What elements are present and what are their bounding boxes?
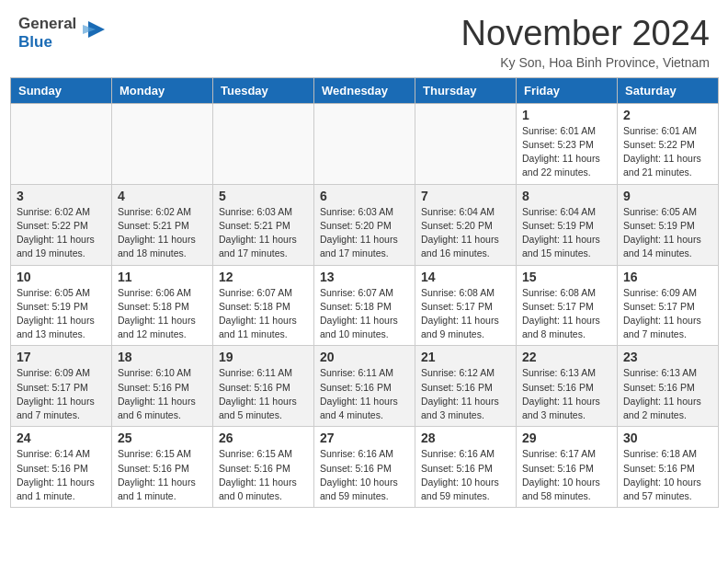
calendar-cell: 2Sunrise: 6:01 AM Sunset: 5:22 PM Daylig… (618, 103, 719, 184)
calendar-week-row: 1Sunrise: 6:01 AM Sunset: 5:23 PM Daylig… (11, 103, 719, 184)
day-info: Sunrise: 6:06 AM Sunset: 5:18 PM Dayligh… (118, 286, 207, 342)
day-info: Sunrise: 6:13 AM Sunset: 5:16 PM Dayligh… (522, 366, 611, 422)
logo: General Blue (18, 15, 108, 51)
day-number: 28 (421, 431, 510, 445)
calendar-cell: 6Sunrise: 6:03 AM Sunset: 5:20 PM Daylig… (314, 184, 415, 265)
calendar-cell (112, 103, 213, 184)
header-monday: Monday (112, 77, 213, 103)
calendar-cell: 19Sunrise: 6:11 AM Sunset: 5:16 PM Dayli… (213, 346, 314, 427)
header-wednesday: Wednesday (314, 77, 415, 103)
day-number: 10 (17, 270, 106, 284)
logo-general: General (18, 15, 76, 32)
day-number: 27 (320, 431, 409, 445)
day-number: 12 (219, 270, 308, 284)
day-number: 29 (522, 431, 611, 445)
day-number: 14 (421, 270, 510, 284)
calendar-cell: 23Sunrise: 6:13 AM Sunset: 5:16 PM Dayli… (618, 346, 719, 427)
logo-blue: Blue (18, 33, 52, 51)
calendar-cell: 15Sunrise: 6:08 AM Sunset: 5:17 PM Dayli… (517, 265, 618, 346)
day-number: 13 (320, 270, 409, 284)
day-info: Sunrise: 6:16 AM Sunset: 5:16 PM Dayligh… (421, 447, 510, 503)
day-number: 15 (522, 270, 611, 284)
calendar-cell: 22Sunrise: 6:13 AM Sunset: 5:16 PM Dayli… (517, 346, 618, 427)
calendar-cell (11, 103, 112, 184)
calendar-week-row: 10Sunrise: 6:05 AM Sunset: 5:19 PM Dayli… (11, 265, 719, 346)
day-info: Sunrise: 6:07 AM Sunset: 5:18 PM Dayligh… (219, 286, 308, 342)
day-info: Sunrise: 6:03 AM Sunset: 5:20 PM Dayligh… (320, 205, 409, 261)
calendar-header-row: Sunday Monday Tuesday Wednesday Thursday… (11, 77, 719, 103)
calendar-cell: 24Sunrise: 6:14 AM Sunset: 5:16 PM Dayli… (11, 427, 112, 508)
day-info: Sunrise: 6:04 AM Sunset: 5:20 PM Dayligh… (421, 205, 510, 261)
day-info: Sunrise: 6:09 AM Sunset: 5:17 PM Dayligh… (623, 286, 712, 342)
calendar-cell: 11Sunrise: 6:06 AM Sunset: 5:18 PM Dayli… (112, 265, 213, 346)
day-number: 8 (522, 189, 611, 203)
day-number: 19 (219, 350, 308, 364)
day-info: Sunrise: 6:05 AM Sunset: 5:19 PM Dayligh… (17, 286, 106, 342)
calendar-cell: 21Sunrise: 6:12 AM Sunset: 5:16 PM Dayli… (415, 346, 517, 427)
calendar-week-row: 3Sunrise: 6:02 AM Sunset: 5:22 PM Daylig… (11, 184, 719, 265)
day-number: 6 (320, 189, 409, 203)
day-number: 26 (219, 431, 308, 445)
day-number: 7 (421, 189, 510, 203)
header-friday: Friday (517, 77, 618, 103)
day-info: Sunrise: 6:07 AM Sunset: 5:18 PM Dayligh… (320, 286, 409, 342)
day-info: Sunrise: 6:08 AM Sunset: 5:17 PM Dayligh… (421, 286, 510, 342)
day-info: Sunrise: 6:04 AM Sunset: 5:19 PM Dayligh… (522, 205, 611, 261)
calendar-cell: 5Sunrise: 6:03 AM Sunset: 5:21 PM Daylig… (213, 184, 314, 265)
day-info: Sunrise: 6:11 AM Sunset: 5:16 PM Dayligh… (219, 366, 308, 422)
day-info: Sunrise: 6:02 AM Sunset: 5:22 PM Dayligh… (17, 205, 106, 261)
day-number: 30 (623, 431, 712, 445)
day-info: Sunrise: 6:11 AM Sunset: 5:16 PM Dayligh… (320, 366, 409, 422)
header-saturday: Saturday (618, 77, 719, 103)
day-info: Sunrise: 6:15 AM Sunset: 5:16 PM Dayligh… (118, 447, 207, 503)
day-number: 20 (320, 350, 409, 364)
calendar-week-row: 24Sunrise: 6:14 AM Sunset: 5:16 PM Dayli… (11, 427, 719, 508)
day-info: Sunrise: 6:18 AM Sunset: 5:16 PM Dayligh… (623, 447, 712, 503)
calendar-cell: 14Sunrise: 6:08 AM Sunset: 5:17 PM Dayli… (415, 265, 517, 346)
title-section: November 2024 Ky Son, Hoa Binh Province,… (461, 15, 710, 70)
day-number: 1 (522, 108, 611, 122)
day-info: Sunrise: 6:05 AM Sunset: 5:19 PM Dayligh… (623, 205, 712, 261)
calendar-cell: 3Sunrise: 6:02 AM Sunset: 5:22 PM Daylig… (11, 184, 112, 265)
day-number: 4 (118, 189, 207, 203)
calendar-cell: 28Sunrise: 6:16 AM Sunset: 5:16 PM Dayli… (415, 427, 517, 508)
calendar-cell: 4Sunrise: 6:02 AM Sunset: 5:21 PM Daylig… (112, 184, 213, 265)
day-info: Sunrise: 6:12 AM Sunset: 5:16 PM Dayligh… (421, 366, 510, 422)
calendar-cell: 12Sunrise: 6:07 AM Sunset: 5:18 PM Dayli… (213, 265, 314, 346)
calendar-cell (314, 103, 415, 184)
day-number: 5 (219, 189, 308, 203)
day-number: 21 (421, 350, 510, 364)
page-header: General Blue November 2024 Ky Son, Hoa B… (0, 0, 728, 77)
day-info: Sunrise: 6:03 AM Sunset: 5:21 PM Dayligh… (219, 205, 308, 261)
header-tuesday: Tuesday (213, 77, 314, 103)
logo-text: General Blue (18, 15, 76, 51)
day-number: 9 (623, 189, 712, 203)
day-info: Sunrise: 6:01 AM Sunset: 5:23 PM Dayligh… (522, 124, 611, 180)
calendar-cell: 16Sunrise: 6:09 AM Sunset: 5:17 PM Dayli… (618, 265, 719, 346)
calendar-cell: 29Sunrise: 6:17 AM Sunset: 5:16 PM Dayli… (517, 427, 618, 508)
day-info: Sunrise: 6:17 AM Sunset: 5:16 PM Dayligh… (522, 447, 611, 503)
day-number: 11 (118, 270, 207, 284)
day-number: 17 (17, 350, 106, 364)
calendar-table: Sunday Monday Tuesday Wednesday Thursday… (10, 77, 719, 508)
day-number: 25 (118, 431, 207, 445)
calendar-cell: 1Sunrise: 6:01 AM Sunset: 5:23 PM Daylig… (517, 103, 618, 184)
calendar-cell: 8Sunrise: 6:04 AM Sunset: 5:19 PM Daylig… (517, 184, 618, 265)
day-info: Sunrise: 6:16 AM Sunset: 5:16 PM Dayligh… (320, 447, 409, 503)
day-info: Sunrise: 6:15 AM Sunset: 5:16 PM Dayligh… (219, 447, 308, 503)
day-number: 3 (17, 189, 106, 203)
calendar-cell: 17Sunrise: 6:09 AM Sunset: 5:17 PM Dayli… (11, 346, 112, 427)
day-info: Sunrise: 6:09 AM Sunset: 5:17 PM Dayligh… (17, 366, 106, 422)
day-number: 22 (522, 350, 611, 364)
calendar-cell: 9Sunrise: 6:05 AM Sunset: 5:19 PM Daylig… (618, 184, 719, 265)
day-number: 18 (118, 350, 207, 364)
calendar-cell: 18Sunrise: 6:10 AM Sunset: 5:16 PM Dayli… (112, 346, 213, 427)
location-subtitle: Ky Son, Hoa Binh Province, Vietnam (461, 55, 710, 70)
day-info: Sunrise: 6:02 AM Sunset: 5:21 PM Dayligh… (118, 205, 207, 261)
day-info: Sunrise: 6:01 AM Sunset: 5:22 PM Dayligh… (623, 124, 712, 180)
day-info: Sunrise: 6:10 AM Sunset: 5:16 PM Dayligh… (118, 366, 207, 422)
calendar-cell: 30Sunrise: 6:18 AM Sunset: 5:16 PM Dayli… (618, 427, 719, 508)
calendar-cell: 27Sunrise: 6:16 AM Sunset: 5:16 PM Dayli… (314, 427, 415, 508)
calendar-cell: 7Sunrise: 6:04 AM Sunset: 5:20 PM Daylig… (415, 184, 517, 265)
logo-icon (81, 16, 108, 47)
